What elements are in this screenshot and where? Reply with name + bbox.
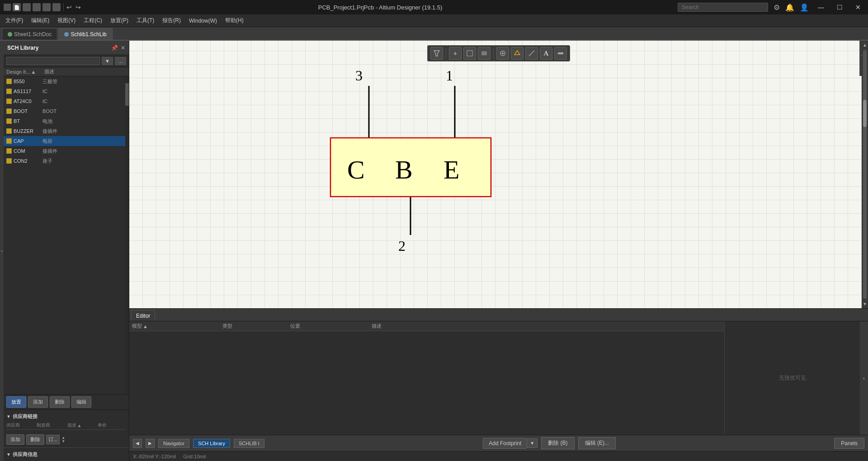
settings-icon[interactable]: ⚙ [774, 3, 780, 12]
undo-icon[interactable]: ↩ [66, 4, 74, 11]
tab-sheet1[interactable]: Sheet1.SchDoc [2, 28, 57, 40]
save-all-icon[interactable] [42, 3, 51, 11]
toolbar-line-btn[interactable] [525, 47, 538, 60]
menu-edit[interactable]: 编辑(E) [28, 15, 53, 26]
maximize-btn[interactable]: ☐ [833, 3, 846, 12]
edit-action-btn[interactable]: 编辑 (E)... [578, 437, 616, 449]
canvas-v-scrollbar[interactable]: ▲ ▼ [862, 41, 868, 308]
menu-help[interactable]: 帮助(H) [222, 15, 247, 26]
toolbar-select-rect-btn[interactable] [463, 47, 476, 60]
editor-col-position[interactable]: 位置 [290, 323, 372, 329]
list-scrollbar[interactable] [125, 76, 129, 394]
menu-window[interactable]: Window(W) [185, 16, 221, 25]
open-icon[interactable] [23, 3, 31, 11]
toolbar-text-btn[interactable]: A [540, 47, 552, 60]
list-item[interactable]: 8550 三极管 [4, 76, 129, 86]
editor-tab[interactable]: Editor [131, 310, 155, 321]
left-collapse-handle[interactable]: ‹ [0, 41, 4, 461]
editor-right-collapse[interactable]: ‹ [860, 321, 868, 435]
notifications-icon[interactable]: 🔔 [785, 3, 794, 12]
place-button[interactable]: 放置 [6, 396, 26, 408]
open-folder-icon[interactable] [52, 3, 61, 11]
supplier-delete-button[interactable]: 删除 [26, 434, 44, 445]
col-price[interactable]: 单价 [98, 422, 126, 428]
tab-sch-library[interactable]: SCH Library [193, 439, 230, 448]
add-footprint-group: Add Footprint ▼ [483, 438, 538, 449]
editor-col-type[interactable]: 类型 [222, 323, 290, 329]
sidebar-close-icon[interactable]: ✕ [121, 45, 125, 51]
col-manufacturer[interactable]: 制造商 [37, 422, 65, 428]
pcb-canvas[interactable]: + [129, 41, 868, 308]
toolbar-polygon-btn[interactable] [511, 47, 524, 60]
save-icon[interactable] [33, 3, 41, 11]
toolbar-add-btn[interactable]: + [449, 47, 462, 60]
delete-action-btn[interactable]: 删除 (B) [541, 437, 574, 449]
list-item[interactable]: CON2 座子 [4, 156, 129, 166]
toolbar-bar-btn[interactable] [554, 47, 567, 60]
supplier-add-button[interactable]: 添加 [6, 434, 24, 445]
canvas-wrapper: + [129, 41, 868, 308]
nav-prev-btn[interactable]: ◀ [133, 439, 142, 448]
canvas-main: + [129, 41, 868, 308]
minimize-btn[interactable]: — [814, 3, 828, 12]
sidebar-search-input[interactable] [6, 57, 100, 65]
list-item[interactable]: BT 电池 [4, 116, 129, 126]
col-desc[interactable]: 描述 ▲ [67, 422, 96, 428]
list-item-com[interactable]: COM 接插件 [4, 146, 129, 156]
menu-file[interactable]: 文件(F) [2, 15, 27, 26]
list-item[interactable]: AT24C0 IC [4, 96, 129, 106]
supplier-order-button[interactable]: 订... [46, 435, 60, 444]
add-footprint-dropdown[interactable]: ▼ [527, 438, 538, 448]
item-name-com: COM [14, 148, 41, 154]
new-icon[interactable]: 📄 [13, 3, 21, 11]
list-item[interactable]: AS1117 IC [4, 86, 129, 96]
supplier-info-header[interactable]: ▼ 供应商信息 [6, 450, 126, 459]
col-header-name[interactable]: Design It... ▲ [6, 68, 42, 75]
supplier-link-section: ▼ 供应商链接 供应商 制造商 描述 ▲ 单价 [4, 410, 129, 432]
editor-col-desc[interactable]: 描述 [372, 323, 722, 329]
supplier-section-title: 供应商链接 [13, 413, 38, 420]
list-item[interactable]: BOOT BOOT [4, 106, 129, 116]
status-grid: Grid:10mil [183, 454, 206, 459]
toolbar-pin-btn[interactable] [496, 47, 509, 60]
tab-schlib-i[interactable]: SCHLIB I [234, 439, 264, 448]
delete-button[interactable]: 删除 [50, 396, 70, 408]
edit-button[interactable]: 编辑 [71, 396, 91, 408]
menu-place[interactable]: 放置(P) [107, 15, 132, 26]
menu-view[interactable]: 视图(V) [54, 15, 79, 26]
close-btn[interactable]: ✕ [852, 3, 864, 12]
sidebar-search-dropdown[interactable]: ▼ [102, 57, 113, 65]
tab-navigator[interactable]: Navigator [158, 439, 189, 448]
add-button[interactable]: 添加 [28, 396, 48, 408]
tab-schlib1[interactable]: Schlib1.SchLib [58, 28, 112, 40]
editor-col-model[interactable]: 模型 ▲ [132, 323, 222, 329]
v-scroll-thumb[interactable] [863, 100, 867, 127]
user-icon[interactable]: 👤 [800, 3, 809, 12]
sidebar-search-more[interactable]: … [115, 57, 126, 65]
list-scrollbar-thumb[interactable] [125, 83, 129, 106]
nav-next-btn[interactable]: ▶ [146, 439, 155, 448]
redo-icon[interactable]: ↪ [75, 4, 83, 11]
sidebar-pin-icon[interactable]: 📌 [111, 45, 118, 51]
col-header-desc[interactable]: 描述 [44, 68, 126, 75]
list-item-cap[interactable]: CAP 电容 [4, 136, 129, 146]
item-desc: IC [42, 99, 126, 104]
main-layout: ‹ SCH Library 📌 ✕ ▼ … Design It... ▲ 描述 [0, 41, 868, 461]
menu-tools[interactable]: 工具(T) [133, 15, 158, 26]
v-scroll-track[interactable] [863, 50, 867, 299]
menu-project[interactable]: 工程(C) [80, 15, 106, 26]
add-footprint-button[interactable]: Add Footprint [483, 438, 527, 449]
supplier-updown-btn[interactable]: ▲ ▼ [61, 436, 65, 443]
col-supplier[interactable]: 供应商 [6, 422, 35, 428]
global-search[interactable] [678, 3, 768, 12]
supplier-section-header[interactable]: ▼ 供应商链接 [6, 412, 126, 421]
item-name: 8550 [14, 79, 41, 84]
list-item[interactable]: BUZZER 接插件 [4, 126, 129, 136]
menu-report[interactable]: 报告(R) [159, 15, 184, 26]
v-scroll-down[interactable]: ▼ [863, 300, 867, 308]
v-scroll-up[interactable]: ▲ [863, 41, 867, 49]
toolbar-align-btn[interactable] [478, 47, 491, 60]
panels-btn[interactable]: Panels [834, 438, 864, 449]
toolbar-filter-btn[interactable] [430, 47, 443, 60]
app-icon [4, 4, 11, 11]
